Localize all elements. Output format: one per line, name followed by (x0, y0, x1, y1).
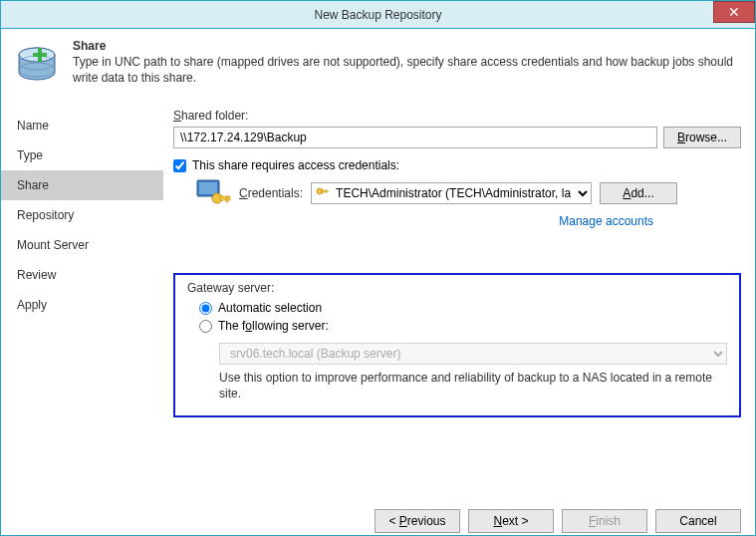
manage-accounts-link[interactable]: Manage accounts (173, 214, 653, 228)
wizard-sidebar: Name Type Share Repository Mount Server … (1, 101, 163, 497)
shared-folder-label: Shared folder: (173, 109, 741, 123)
gateway-following-radio[interactable] (199, 320, 212, 333)
wizard-footer: < Previous Next > Finish Cancel (1, 497, 755, 536)
sidebar-item-review[interactable]: Review (1, 260, 163, 290)
sidebar-item-type[interactable]: Type (1, 140, 163, 170)
finish-button[interactable]: Finish (562, 509, 647, 533)
credentials-icon (195, 178, 231, 208)
window-title: New Backup Repository (314, 8, 441, 22)
browse-button[interactable]: Browse... (663, 127, 741, 148)
sidebar-item-apply[interactable]: Apply (1, 290, 163, 320)
svg-rect-9 (220, 196, 230, 200)
header-title: Share (73, 39, 741, 53)
gateway-server-group: Gateway server: Automatic selection The … (173, 273, 741, 417)
gateway-title: Gateway server: (187, 281, 727, 295)
shared-folder-input[interactable] (173, 127, 657, 148)
sidebar-item-mount-server[interactable]: Mount Server (1, 230, 163, 260)
requires-credentials-label: This share requires access credentials: (192, 158, 399, 172)
svg-rect-5 (33, 53, 47, 57)
gateway-server-select[interactable]: srv06.tech.local (Backup server) (219, 343, 727, 365)
credentials-label: Credentials: (239, 186, 303, 200)
wizard-main: Shared folder: Browse... This share requ… (163, 101, 755, 497)
share-disk-icon (15, 39, 63, 87)
gateway-auto-label: Automatic selection (218, 301, 322, 315)
svg-rect-10 (226, 196, 228, 202)
sidebar-item-share[interactable]: Share (1, 170, 163, 200)
header-description: Type in UNC path to share (mapped drives… (73, 55, 741, 86)
close-button[interactable]: ✕ (713, 1, 755, 23)
gateway-auto-radio[interactable] (199, 302, 212, 315)
requires-credentials-checkbox[interactable] (173, 159, 186, 172)
credentials-select[interactable]: TECH\Administrator (TECH\Administrator, … (311, 182, 592, 204)
sidebar-item-repository[interactable]: Repository (1, 200, 163, 230)
svg-rect-7 (199, 182, 217, 194)
gateway-hint: Use this option to improve performance a… (219, 371, 727, 402)
next-button[interactable]: Next > (468, 509, 554, 533)
sidebar-item-name[interactable]: Name (1, 111, 163, 140)
wizard-header: Share Type in UNC path to share (mapped … (1, 29, 755, 101)
gateway-following-label: The following server: (218, 319, 329, 333)
previous-button[interactable]: < Previous (375, 509, 460, 533)
cancel-button[interactable]: Cancel (655, 509, 741, 533)
close-icon: ✕ (728, 4, 740, 20)
titlebar: New Backup Repository ✕ (1, 1, 755, 29)
add-credentials-button[interactable]: Add... (600, 182, 677, 204)
